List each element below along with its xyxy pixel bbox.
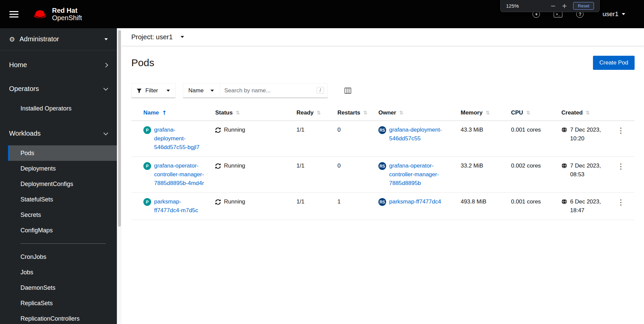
sidebar-item-configmaps[interactable]: ConfigMaps bbox=[0, 223, 117, 238]
nav-toggle-button[interactable] bbox=[8, 7, 20, 21]
sort-by-created-button[interactable]: Created ⇅ bbox=[561, 109, 590, 116]
sort-by-cpu-button[interactable]: CPU ⇅ bbox=[511, 109, 530, 116]
memory-cell: 43.3 MiB bbox=[455, 121, 506, 157]
column-header-restarts: Restarts ⇅ bbox=[332, 106, 373, 121]
sidebar-item-deploymentconfigs[interactable]: DeploymentConfigs bbox=[0, 176, 117, 192]
zoom-in-button[interactable]: + bbox=[562, 3, 567, 9]
status-text: Running bbox=[224, 197, 245, 206]
sidebar-item-workloads[interactable]: Workloads bbox=[0, 122, 117, 145]
sidebar-item-replicationcontrollers[interactable]: ReplicationControllers bbox=[0, 311, 117, 324]
owner-link[interactable]: grafana-deployment-546dd57c55 bbox=[389, 126, 450, 143]
name-cell: P grafana-operator-controller-manager-78… bbox=[131, 157, 210, 193]
pod-link[interactable]: grafana-operator-controller-manager-7885… bbox=[154, 161, 204, 188]
search-input[interactable] bbox=[220, 83, 328, 98]
sort-icon: ⇅ bbox=[586, 110, 590, 115]
sort-by-status-button[interactable]: Status ⇅ bbox=[215, 109, 240, 116]
owner-link[interactable]: parksmap-ff7477dc4 bbox=[389, 197, 441, 206]
sort-by-owner-button[interactable]: Owner ⇅ bbox=[378, 109, 403, 116]
ready-cell: 1/1 bbox=[291, 121, 332, 157]
restarts-cell: 1 bbox=[332, 193, 373, 220]
kebab-menu-button[interactable]: ⋮ bbox=[614, 126, 628, 135]
restarts-cell: 0 bbox=[332, 157, 373, 193]
scrollbar-thumb[interactable] bbox=[118, 30, 121, 227]
sort-by-ready-button[interactable]: Ready ⇅ bbox=[296, 109, 321, 116]
sidebar-item-installed-operators[interactable]: Installed Operators bbox=[0, 101, 117, 116]
zoom-actions: − + Reset bbox=[550, 2, 594, 10]
filter-funnel-icon bbox=[137, 88, 142, 93]
filter-dropdown[interactable]: Filter bbox=[131, 83, 176, 98]
sidebar-item-pods[interactable]: Pods bbox=[8, 145, 117, 161]
sidebar-scrollbar[interactable] bbox=[117, 28, 122, 324]
sidebar-item-deployments[interactable]: Deployments bbox=[0, 161, 117, 176]
sidebar-item-secrets[interactable]: Secrets bbox=[0, 207, 117, 223]
status-cell: Running bbox=[210, 121, 291, 157]
gear-icon: ⚙ bbox=[9, 36, 15, 43]
browser-zoom-popup: 125% − + Reset bbox=[500, 0, 600, 12]
search-attribute-dropdown[interactable]: Name bbox=[183, 83, 220, 98]
sidebar-item-replicasets[interactable]: ReplicaSets bbox=[0, 295, 117, 311]
ready-cell: 1/1 bbox=[291, 193, 332, 220]
workloads-subnav: Pods Deployments DeploymentConfigs State… bbox=[0, 145, 117, 324]
user-menu-button[interactable]: user1 bbox=[602, 10, 625, 18]
search-box: / bbox=[220, 83, 328, 98]
create-pod-button[interactable]: Create Pod bbox=[593, 56, 635, 70]
running-sync-icon bbox=[215, 127, 221, 133]
zoom-reset-button[interactable]: Reset bbox=[573, 2, 594, 10]
sort-by-memory-button[interactable]: Memory ⇅ bbox=[461, 109, 490, 116]
actions-cell: ⋮ bbox=[607, 193, 635, 220]
column-header-name: Name ↑ bbox=[131, 106, 210, 121]
nav-divider bbox=[20, 243, 106, 244]
globe-icon bbox=[561, 127, 567, 133]
chevron-right-icon bbox=[103, 62, 108, 67]
nav-section-label: Home bbox=[9, 61, 27, 69]
caret-down-icon bbox=[104, 38, 108, 40]
sidebar-item-operators[interactable]: Operators bbox=[0, 77, 117, 101]
main-content: Project: user1 Pods Create Pod Filter bbox=[122, 28, 644, 324]
zoom-out-button[interactable]: − bbox=[550, 3, 556, 9]
manage-columns-button[interactable] bbox=[342, 86, 353, 96]
project-selector[interactable]: Project: user1 bbox=[131, 33, 184, 41]
cpu-cell: 0.001 cores bbox=[506, 121, 556, 157]
actions-cell: ⋮ bbox=[607, 157, 635, 193]
memory-cell: 33.2 MiB bbox=[455, 157, 506, 193]
pod-link[interactable]: grafana-deployment-546dd57c55-bgjl7 bbox=[154, 126, 204, 152]
perspective-switcher[interactable]: ⚙ Administrator bbox=[0, 28, 117, 50]
page-header: Pods Create Pod bbox=[122, 46, 644, 70]
pod-link[interactable]: parksmap-ff7477dc4-m7d5c bbox=[154, 197, 204, 215]
sort-icon: ⇅ bbox=[236, 110, 240, 115]
sort-icon: ⇅ bbox=[526, 110, 531, 115]
column-header-created: Created ⇅ bbox=[556, 106, 607, 121]
table-header-row: Name ↑ Status ⇅ Ready bbox=[131, 106, 635, 121]
sort-by-restarts-button[interactable]: Restarts ⇅ bbox=[337, 109, 368, 116]
actions-cell: ⋮ bbox=[607, 121, 635, 157]
cpu-cell: 0.001 cores bbox=[506, 193, 556, 220]
project-bar: Project: user1 bbox=[122, 28, 644, 46]
sidebar-item-daemonsets[interactable]: DaemonSets bbox=[0, 280, 117, 295]
globe-icon bbox=[561, 199, 567, 204]
attribute-label: Name bbox=[188, 87, 203, 94]
brand-text: Red Hat OpenShift bbox=[52, 7, 82, 21]
openshift-logo[interactable]: Red Hat OpenShift bbox=[33, 7, 82, 21]
sidebar-item-statefulsets[interactable]: StatefulSets bbox=[0, 192, 117, 207]
column-header-owner: Owner ⇅ bbox=[373, 106, 455, 121]
brand-line2: OpenShift bbox=[52, 14, 82, 21]
sidebar-item-home[interactable]: Home bbox=[0, 53, 117, 77]
nav-section-label: Workloads bbox=[9, 130, 41, 137]
kebab-menu-button[interactable]: ⋮ bbox=[614, 162, 628, 171]
pod-badge: P bbox=[143, 198, 151, 206]
sidebar-nav: ⚙ Administrator Home Operators Installed… bbox=[0, 28, 117, 324]
sidebar-item-jobs[interactable]: Jobs bbox=[0, 265, 117, 280]
table-row: P grafana-deployment-546dd57c55-bgjl7 Ru… bbox=[131, 121, 635, 157]
created-cell: 7 Dec 2023, 08:53 bbox=[556, 157, 607, 193]
redhat-fedora-icon bbox=[33, 9, 47, 19]
openshift-console: Red Hat OpenShift + >_ ? user1 bbox=[0, 0, 644, 324]
operators-subnav: Installed Operators bbox=[0, 101, 117, 122]
brand-line1: Red Hat bbox=[52, 7, 82, 14]
filter-label: Filter bbox=[145, 87, 158, 94]
status-text: Running bbox=[224, 126, 245, 134]
kebab-menu-button[interactable]: ⋮ bbox=[614, 198, 628, 207]
owner-link[interactable]: grafana-operator-controller-manager-7885… bbox=[389, 161, 450, 188]
sort-by-name-button[interactable]: Name ↑ bbox=[143, 109, 167, 116]
sidebar-item-cronjobs[interactable]: CronJobs bbox=[0, 249, 117, 265]
nav-list: Home Operators Installed Operators Workl… bbox=[0, 50, 117, 324]
